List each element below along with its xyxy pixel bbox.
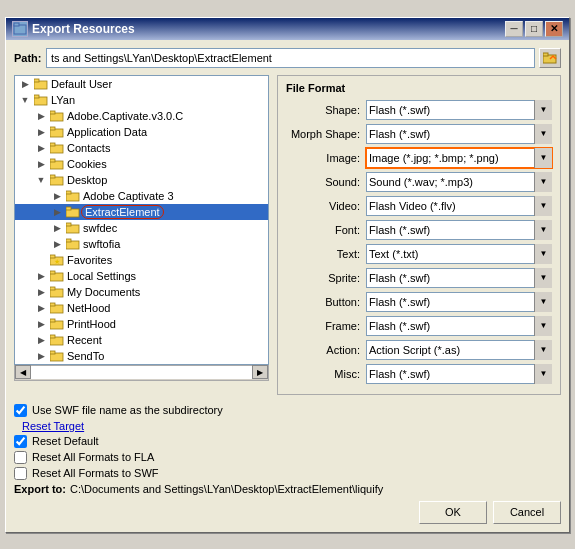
tree-expander-n15[interactable]: ▶ [33,317,49,331]
reset-formats-fla-label: Reset All Formats to FLA [32,451,154,463]
ff-row-8: Button:Flash (*.swf)▼ [286,292,552,312]
tree-expander-n12[interactable]: ▶ [33,269,49,283]
ff-select-10[interactable]: Action Script (*.as) [366,340,552,360]
svg-rect-7 [34,95,39,98]
tree-expander-n16[interactable]: ▶ [33,333,49,347]
tree-node-n16[interactable]: ▶Recent [15,332,268,348]
ff-select-0[interactable]: Flash (*.swf) [366,100,552,120]
ff-select-8[interactable]: Flash (*.swf) [366,292,552,312]
tree-node-n2[interactable]: ▶Adobe.Captivate.v3.0.C [15,108,268,124]
tree-expander-n9[interactable]: ▶ [49,221,65,235]
svg-rect-13 [50,143,55,146]
tree-expander-n3[interactable]: ▶ [33,125,49,139]
tree-node-n4[interactable]: ▶Contacts [15,140,268,156]
tree-node-label-n17: SendTo [65,350,104,362]
ff-select-1[interactable]: Flash (*.swf) [366,124,552,144]
scroll-left-btn[interactable]: ◀ [15,365,31,379]
ff-select-wrap-0: Flash (*.swf)▼ [366,100,552,120]
reset-formats-swf-checkbox[interactable] [14,467,27,480]
tree-node-n3[interactable]: ▶Application Data [15,124,268,140]
use-swf-filename-label: Use SWF file name as the subdirectory [32,404,223,416]
ff-select-4[interactable]: Flash Video (*.flv) [366,196,552,216]
ff-select-7[interactable]: Flash (*.swf) [366,268,552,288]
tree-node-n9[interactable]: ▶swfdec [15,220,268,236]
tree-expander-n13[interactable]: ▶ [33,285,49,299]
ff-select-2[interactable]: Image (*.jpg; *.bmp; *.png) [366,148,552,168]
tree-expander-n6[interactable]: ▼ [33,173,49,187]
tree-expander-n10[interactable]: ▶ [49,237,65,251]
tree-expander-n8[interactable]: ▶ [49,205,65,219]
reset-default-checkbox[interactable] [14,435,27,448]
svg-rect-34 [50,303,55,306]
folder-icon-n14 [49,301,65,315]
ff-label-2: Image: [286,152,366,164]
use-swf-filename-checkbox[interactable] [14,404,27,417]
ff-label-8: Button: [286,296,366,308]
tree-expander-n11[interactable] [33,253,49,267]
tree-expander-n1[interactable]: ▼ [17,93,33,107]
tree-node-n0[interactable]: ▶Default User [15,76,268,92]
ok-button[interactable]: OK [419,501,487,524]
reset-formats-fla-checkbox[interactable] [14,451,27,464]
reset-target-link[interactable]: Reset Target [22,420,84,432]
path-input[interactable] [46,48,535,68]
tree-node-n12[interactable]: ▶Local Settings [15,268,268,284]
path-browse-button[interactable] [539,48,561,68]
svg-rect-9 [50,111,55,114]
tree-expander-n17[interactable]: ▶ [33,349,49,363]
scroll-right-btn[interactable]: ▶ [252,365,268,379]
tree-expander-n2[interactable]: ▶ [33,109,49,123]
ff-select-wrap-7: Flash (*.swf)▼ [366,268,552,288]
tree-node-n1[interactable]: ▼LYan [15,92,268,108]
ff-select-3[interactable]: Sound (*.wav; *.mp3) [366,172,552,192]
cancel-button[interactable]: Cancel [493,501,561,524]
tree-node-label-n16: Recent [65,334,102,346]
tree-scrollbar-h[interactable]: ◀ ▶ [14,365,269,381]
ff-select-5[interactable]: Flash (*.swf) [366,220,552,240]
svg-rect-15 [50,159,55,162]
tree-view[interactable]: ▶Default User▼LYan▶Adobe.Captivate.v3.0.… [14,75,269,365]
tree-node-label-n0: Default User [49,78,112,90]
tree-node-n13[interactable]: ▶My Documents [15,284,268,300]
tree-node-n7[interactable]: ▶Adobe Captivate 3 [15,188,268,204]
folder-icon-n12 [49,269,65,283]
tree-expander-n0[interactable]: ▶ [17,77,33,91]
maximize-button[interactable]: □ [525,21,543,37]
folder-icon-n0 [33,77,49,91]
ff-select-6[interactable]: Text (*.txt) [366,244,552,264]
tree-expander-n7[interactable]: ▶ [49,189,65,203]
tree-expander-n5[interactable]: ▶ [33,157,49,171]
tree-node-label-n3: Application Data [65,126,147,138]
ff-label-9: Frame: [286,320,366,332]
tree-node-n6[interactable]: ▼Desktop [15,172,268,188]
ff-select-11[interactable]: Flash (*.swf) [366,364,552,384]
tree-node-label-n2: Adobe.Captivate.v3.0.C [65,110,183,122]
tree-node-n15[interactable]: ▶PrintHood [15,316,268,332]
ff-row-2: Image:Image (*.jpg; *.bmp; *.png)▼ [286,148,552,168]
tree-node-n14[interactable]: ▶NetHood [15,300,268,316]
highlighted-node-wrap: ExtractElement [81,206,164,218]
svg-rect-25 [66,239,71,242]
folder-icon-n16 [49,333,65,347]
export-resources-dialog: Export Resources ─ □ ✕ Path: [5,17,570,533]
tree-expander-n14[interactable]: ▶ [33,301,49,315]
tree-panel: ▶Default User▼LYan▶Adobe.Captivate.v3.0.… [14,75,269,395]
title-bar: Export Resources ─ □ ✕ [6,18,569,40]
ff-select-9[interactable]: Flash (*.swf) [366,316,552,336]
main-content: ▶Default User▼LYan▶Adobe.Captivate.v3.0.… [14,75,561,395]
close-button[interactable]: ✕ [545,21,563,37]
tree-node-n10[interactable]: ▶swftofia [15,236,268,252]
tree-node-n8[interactable]: ▶ExtractElement [15,204,268,220]
tree-node-n17[interactable]: ▶SendTo [15,348,268,364]
minimize-button[interactable]: ─ [505,21,523,37]
ff-row-11: Misc:Flash (*.swf)▼ [286,364,552,384]
tree-node-n5[interactable]: ▶Cookies [15,156,268,172]
folder-icon-n10 [65,237,81,251]
tree-node-label-n12: Local Settings [65,270,136,282]
ff-select-wrap-11: Flash (*.swf)▼ [366,364,552,384]
tree-node-n11[interactable]: ★Favorites [15,252,268,268]
ff-select-wrap-1: Flash (*.swf)▼ [366,124,552,144]
tree-expander-n4[interactable]: ▶ [33,141,49,155]
ff-row-10: Action:Action Script (*.as)▼ [286,340,552,360]
tree-node-label-n11: Favorites [65,254,112,266]
